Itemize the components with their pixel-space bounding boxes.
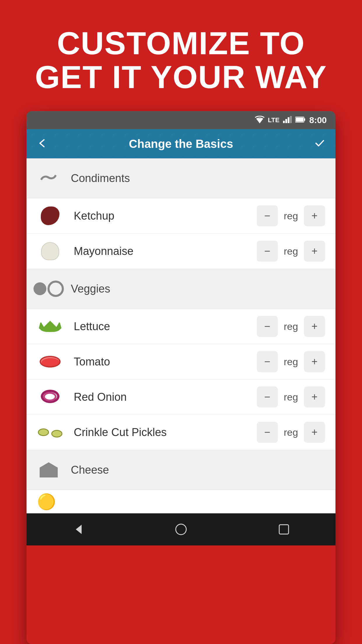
ketchup-label: Ketchup [74, 210, 246, 222]
back-button[interactable] [37, 136, 48, 152]
svg-rect-1 [283, 121, 285, 123]
lettuce-plus-button[interactable]: + [304, 316, 325, 337]
onion-plus-button[interactable]: + [304, 386, 325, 407]
nav-home-button[interactable] [169, 521, 193, 538]
ketchup-minus-button[interactable]: − [257, 205, 278, 226]
pickle-icon [37, 422, 63, 442]
item-mayonnaise: Mayonnaise − reg + [27, 234, 335, 269]
tomato-value: reg [281, 356, 301, 368]
ketchup-icon [37, 206, 63, 226]
onion-label: Red Onion [74, 391, 246, 403]
lettuce-value: reg [281, 321, 301, 332]
onion-icon [37, 387, 63, 407]
item-lettuce: Lettuce − reg + [27, 309, 335, 344]
status-time: 8:00 [309, 115, 327, 125]
battery-icon [295, 116, 306, 124]
svg-marker-8 [76, 525, 82, 534]
partial-icon: 🟡 [37, 493, 56, 511]
condiments-label: Condiments [71, 172, 130, 185]
onion-controls: − reg + [257, 386, 325, 407]
nav-recents-button[interactable] [272, 521, 296, 538]
check-button[interactable] [314, 136, 325, 152]
item-red-onion: Red Onion − reg + [27, 379, 335, 415]
mayo-label: Mayonnaise [74, 245, 246, 258]
item-partial: 🟡 [27, 490, 335, 513]
lettuce-controls: − reg + [257, 316, 325, 337]
nav-back-button[interactable] [66, 521, 90, 538]
mayo-minus-button[interactable]: − [257, 241, 278, 262]
svg-rect-7 [296, 118, 303, 122]
svg-rect-6 [304, 118, 305, 121]
pickle-controls: − reg + [257, 422, 325, 443]
veggies-label: Veggies [71, 283, 110, 295]
cheese-label: Cheese [71, 464, 109, 476]
tomato-label: Tomato [74, 356, 246, 368]
ketchup-plus-button[interactable]: + [304, 205, 325, 226]
header-title: Change the Basics [129, 137, 233, 150]
condiment-icon: 〜 [37, 167, 60, 190]
pickle-plus-button[interactable]: + [304, 422, 325, 443]
category-condiments: 〜 Condiments [27, 158, 335, 198]
tomato-minus-button[interactable]: − [257, 351, 278, 372]
svg-rect-2 [285, 119, 287, 123]
headline: CUSTOMIZE TO GET IT YOUR WAY [0, 0, 362, 111]
item-tomato: Tomato − reg + [27, 344, 335, 379]
lte-icon: LTE [268, 116, 280, 124]
status-icons: LTE [255, 115, 327, 125]
onion-value: reg [281, 391, 301, 403]
app-header: Change the Basics [27, 129, 335, 158]
mayo-controls: − reg + [257, 241, 325, 262]
item-ketchup: Ketchup − reg + [27, 198, 335, 234]
tomato-controls: − reg + [257, 351, 325, 372]
status-bar: LTE [27, 111, 335, 129]
pickle-label: Crinkle Cut Pickles [74, 426, 246, 439]
pickle-minus-button[interactable]: − [257, 422, 278, 443]
onion-minus-button[interactable]: − [257, 386, 278, 407]
lettuce-minus-button[interactable]: − [257, 316, 278, 337]
veggies-icon [37, 277, 60, 300]
svg-rect-3 [288, 117, 289, 123]
nav-bar [27, 513, 335, 545]
category-cheese: Cheese [27, 450, 335, 490]
svg-rect-4 [290, 116, 292, 123]
svg-marker-0 [256, 119, 263, 123]
lettuce-label: Lettuce [74, 320, 246, 333]
tomato-plus-button[interactable]: + [304, 351, 325, 372]
phone-frame: LTE [27, 111, 335, 644]
signal-icon [283, 116, 292, 124]
mayo-plus-button[interactable]: + [304, 241, 325, 262]
mayo-icon [37, 241, 63, 261]
lettuce-icon [37, 316, 63, 337]
ketchup-controls: − reg + [257, 205, 325, 226]
cheese-category-icon [37, 458, 60, 482]
outer-background: CUSTOMIZE TO GET IT YOUR WAY LTE [0, 0, 362, 644]
tomato-icon [37, 351, 63, 372]
category-veggies: Veggies [27, 269, 335, 309]
wifi-icon [255, 116, 264, 125]
pickle-value: reg [281, 427, 301, 438]
svg-rect-10 [279, 525, 289, 534]
mayo-value: reg [281, 246, 301, 257]
ketchup-value: reg [281, 210, 301, 222]
svg-point-9 [176, 524, 186, 535]
item-pickles: Crinkle Cut Pickles − reg + [27, 415, 335, 450]
content-area: 〜 Condiments Ketchup − reg + [27, 158, 335, 513]
